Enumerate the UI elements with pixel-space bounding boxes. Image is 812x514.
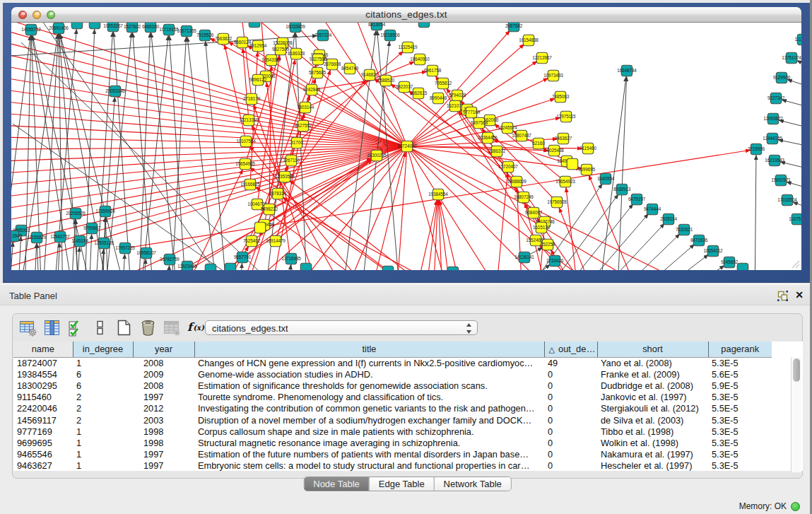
cell-in_degree[interactable]: 1 bbox=[73, 357, 133, 368]
graph-edge[interactable] bbox=[254, 105, 325, 270]
cell-year[interactable]: 1997 bbox=[133, 460, 194, 471]
cell-name[interactable]: 9465546 bbox=[13, 449, 73, 460]
table-row[interactable]: 1938455462009Genome-wide association stu… bbox=[13, 368, 772, 380]
graph-edge[interactable] bbox=[495, 264, 551, 270]
cell-name[interactable]: 18724007 bbox=[13, 357, 73, 368]
graph-node[interactable] bbox=[447, 267, 459, 270]
table-vertical-scrollbar[interactable] bbox=[791, 357, 801, 472]
cell-pagerank[interactable]: 5.3E-5 bbox=[708, 414, 772, 426]
graph-edge[interactable] bbox=[782, 100, 801, 108]
graph-edge[interactable] bbox=[11, 146, 407, 173]
graph-node[interactable] bbox=[205, 264, 216, 270]
cell-name[interactable]: 14569117 bbox=[13, 414, 73, 426]
graph-edge[interactable] bbox=[780, 162, 801, 170]
tab-network-table[interactable]: Network Table bbox=[434, 477, 511, 491]
cell-out_degree[interactable]: 0 bbox=[544, 380, 597, 391]
cell-year[interactable]: 2012 bbox=[133, 403, 194, 414]
graph-node[interactable] bbox=[225, 263, 236, 270]
cell-pagerank[interactable]: 5.3E-5 bbox=[708, 437, 772, 448]
graph-edge[interactable] bbox=[559, 208, 597, 270]
cell-year[interactable]: 2008 bbox=[133, 380, 194, 391]
cell-out_degree[interactable]: 0 bbox=[544, 437, 597, 448]
cell-pagerank[interactable]: 5.3E-5 bbox=[708, 426, 772, 437]
graph-node[interactable] bbox=[71, 23, 83, 29]
cell-pagerank[interactable]: 5.3E-5 bbox=[708, 392, 772, 403]
graph-edge[interactable] bbox=[461, 100, 545, 222]
graph-edge[interactable] bbox=[166, 265, 170, 270]
graph-node[interactable] bbox=[382, 266, 394, 270]
cell-title[interactable]: Tourette syndrome. Phenomenology and cla… bbox=[194, 392, 544, 403]
cell-short[interactable]: Dudbridge et al. (2008) bbox=[597, 380, 708, 391]
table-row[interactable]: 969969511998Structural magnetic resonanc… bbox=[13, 437, 772, 448]
graph-node[interactable] bbox=[418, 23, 430, 28]
cell-short[interactable]: Wolkin et al. (1998) bbox=[597, 437, 708, 448]
graph-edge[interactable] bbox=[793, 202, 801, 209]
cell-year[interactable]: 2008 bbox=[133, 357, 194, 368]
graph-node[interactable] bbox=[567, 158, 578, 170]
table-row[interactable]: 946554611997Estimation of the future num… bbox=[13, 449, 772, 460]
graph-edge[interactable] bbox=[424, 200, 437, 270]
table-row[interactable]: 911546021997Tourette syndrome. Phenomeno… bbox=[13, 392, 772, 403]
cell-out_degree[interactable]: 0 bbox=[544, 403, 597, 414]
graph-edge[interactable] bbox=[578, 234, 680, 270]
graph-edge[interactable] bbox=[787, 182, 801, 189]
table-row[interactable]: 1872400712008Changes of HCN gene express… bbox=[13, 357, 772, 368]
graph-edge[interactable] bbox=[11, 65, 407, 146]
cell-out_degree[interactable]: 0 bbox=[544, 392, 597, 403]
graph-edge[interactable] bbox=[11, 146, 407, 197]
graph-node[interactable] bbox=[254, 222, 266, 233]
cell-name[interactable]: 9115460 bbox=[13, 392, 73, 403]
cell-year[interactable]: 1998 bbox=[133, 426, 194, 437]
cell-in_degree[interactable]: 1 bbox=[73, 426, 133, 437]
graph-edge[interactable] bbox=[495, 173, 507, 270]
cell-short[interactable]: Tibbo et al. (1998) bbox=[597, 426, 708, 437]
graph-edge[interactable] bbox=[276, 70, 331, 241]
cell-title[interactable]: Disruption of a novel member of a sodium… bbox=[194, 414, 544, 426]
column-header-in_degree[interactable]: in_degree bbox=[73, 341, 133, 357]
graph-edge[interactable] bbox=[787, 79, 801, 88]
cell-name[interactable]: 19384554 bbox=[13, 368, 73, 380]
window-titlebar[interactable]: citations_edges.txt bbox=[11, 7, 801, 23]
network-canvas[interactable]: 1405571220691406106532671527602646616010… bbox=[11, 23, 801, 270]
cell-out_degree[interactable]: 0 bbox=[544, 368, 597, 380]
network-view-window[interactable]: citations_edges.txt 14055712206914061065… bbox=[3, 3, 810, 283]
graph-edge[interactable] bbox=[239, 263, 242, 270]
graph-node[interactable] bbox=[300, 263, 312, 270]
cell-short[interactable]: de Silva et al. (2003) bbox=[597, 414, 708, 426]
table-row[interactable]: 2242004622012Investigating the contribut… bbox=[13, 403, 772, 414]
graph-edge[interactable] bbox=[151, 33, 180, 270]
graph-edge[interactable] bbox=[287, 264, 290, 270]
cell-out_degree[interactable]: 0 bbox=[544, 460, 597, 471]
graph-node[interactable] bbox=[737, 263, 748, 270]
cell-short[interactable]: Nakamura et al. (1997) bbox=[597, 449, 708, 460]
tab-edge-table[interactable]: Edge Table bbox=[369, 477, 434, 491]
cell-in_degree[interactable]: 2 bbox=[73, 392, 133, 403]
cell-title[interactable]: Estimation of significance thresholds fo… bbox=[194, 380, 544, 391]
graph-edge[interactable] bbox=[11, 125, 407, 146]
cell-pagerank[interactable]: 5.3E-5 bbox=[708, 460, 772, 471]
cell-out_degree[interactable]: 49 bbox=[544, 357, 597, 368]
cell-pagerank[interactable]: 5.5E-5 bbox=[708, 403, 772, 414]
graph-edge[interactable] bbox=[607, 255, 708, 270]
new-column-button[interactable] bbox=[114, 318, 133, 337]
memory-ok-indicator[interactable] bbox=[791, 502, 800, 511]
close-icon[interactable]: ✕ bbox=[795, 289, 804, 300]
cell-short[interactable]: Franke et al. (2009) bbox=[597, 368, 708, 380]
graph-node[interactable] bbox=[249, 23, 260, 28]
column-header-out_de[interactable]: △out_de… bbox=[544, 341, 597, 357]
graph-edge[interactable] bbox=[11, 101, 407, 146]
graph-edge[interactable] bbox=[396, 146, 407, 270]
graph-edge[interactable] bbox=[779, 120, 801, 129]
graph-node[interactable] bbox=[89, 23, 100, 29]
cell-year[interactable]: 1997 bbox=[133, 449, 194, 460]
table-row[interactable]: 1456911722003Disruption of a novel membe… bbox=[13, 414, 772, 426]
graph-edge[interactable] bbox=[623, 266, 724, 270]
cell-title[interactable]: Embryonic stem cells: a model to study s… bbox=[194, 460, 544, 471]
cell-name[interactable]: 18300295 bbox=[13, 380, 73, 391]
cell-title[interactable]: Changes of HCN gene expression and I(f) … bbox=[194, 357, 544, 368]
cell-out_degree[interactable]: 0 bbox=[544, 414, 597, 426]
graph-edge[interactable] bbox=[796, 60, 801, 68]
table-select-dropdown[interactable]: citations_edges.txt bbox=[205, 320, 478, 335]
cell-short[interactable]: Jankovic et al. (1997) bbox=[597, 392, 708, 403]
column-header-short[interactable]: short bbox=[597, 341, 708, 357]
